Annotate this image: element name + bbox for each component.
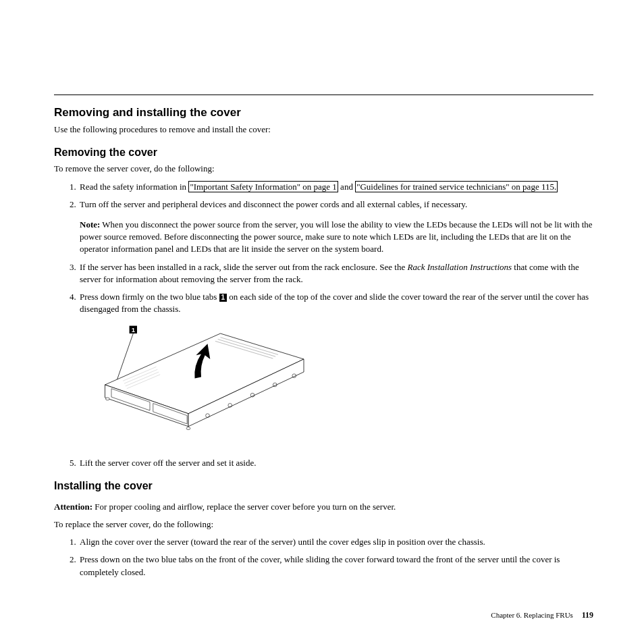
callout-1-inline: 1 <box>219 294 227 302</box>
step-text: and <box>338 182 355 192</box>
section-heading-removing: Removing the cover <box>54 145 593 160</box>
page-footer: Chapter 6. Replacing FRUs 119 <box>491 610 593 621</box>
removing-steps-list: Read the safety information in "Importan… <box>54 181 593 470</box>
page: Removing and installing the cover Use th… <box>0 0 644 644</box>
chapter-label: Chapter 6. Replacing FRUs <box>491 611 573 619</box>
installing-intro: To replace the server cover, do the foll… <box>54 518 593 531</box>
list-item: Press down on the two blue tabs on the f… <box>78 554 593 578</box>
section-heading-installing: Installing the cover <box>54 479 593 493</box>
step-text: Align the cover over the server (toward … <box>80 537 485 547</box>
note-block: Note: When you disconnect the power sour… <box>80 219 593 256</box>
step-text: If the server has been installed in a ra… <box>80 262 408 272</box>
page-number: 119 <box>582 610 593 620</box>
list-item: Turn off the server and peripheral devic… <box>78 198 593 256</box>
note-body: When you disconnect the power source fro… <box>80 219 593 254</box>
svg-point-20 <box>105 398 109 400</box>
attention-body: For proper cooling and airflow, replace … <box>92 502 396 512</box>
attention-block: Attention: For proper cooling and airflo… <box>54 501 593 513</box>
link-safety-info[interactable]: "Important Safety Information" on page 1 <box>188 181 338 192</box>
svg-point-21 <box>186 427 190 430</box>
svg-text:1: 1 <box>132 326 136 333</box>
attention-label: Attention: <box>54 502 92 512</box>
horizontal-rule <box>54 95 593 95</box>
step-text: Press down on the two blue tabs on the f… <box>80 554 560 576</box>
list-item: Press down firmly on the two blue tabs 1… <box>78 291 593 449</box>
removing-intro: To remove the server cover, do the follo… <box>54 163 593 175</box>
server-illustration: 1 <box>86 321 316 449</box>
step-text: Turn off the server and peripheral devic… <box>80 199 467 209</box>
installing-steps-list: Align the cover over the server (toward … <box>54 536 593 579</box>
section-intro: Use the following procedures to remove a… <box>54 124 593 136</box>
section-heading-removing-installing: Removing and installing the cover <box>54 105 593 121</box>
server-cover-figure: 1 <box>86 321 593 449</box>
step-text: Lift the server cover off the server and… <box>80 458 256 468</box>
list-item: If the server has been installed in a ra… <box>78 261 593 286</box>
list-item: Read the safety information in "Importan… <box>78 181 593 193</box>
step-text: Press down firmly on the two blue tabs <box>80 292 219 302</box>
step-text: Read the safety information in <box>80 182 188 192</box>
list-item: Lift the server cover off the server and… <box>78 457 593 469</box>
note-label: Note: <box>80 219 100 230</box>
list-item: Align the cover over the server (toward … <box>78 536 593 548</box>
step-italic: Rack Installation Instructions <box>408 262 512 272</box>
link-guidelines[interactable]: "Guidelines for trained service technici… <box>355 181 558 192</box>
